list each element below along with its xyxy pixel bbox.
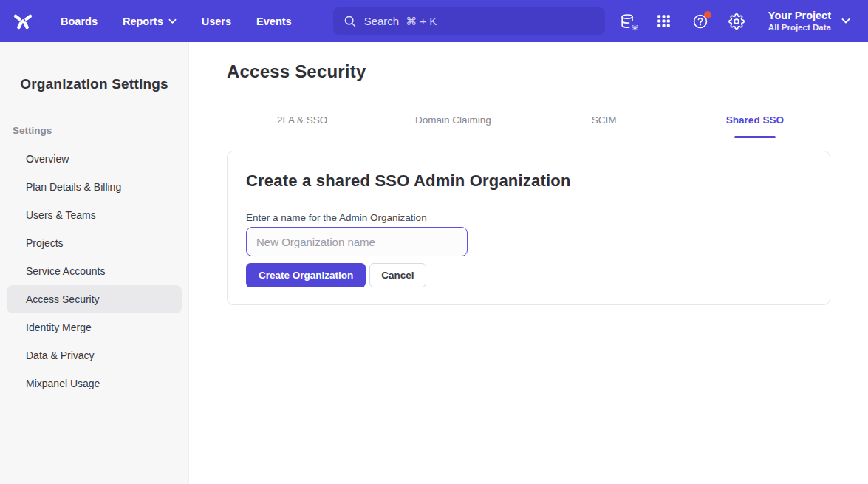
tab-shared-sso[interactable]: Shared SSO (680, 110, 830, 137)
settings-button[interactable] (728, 13, 745, 30)
project-name: Your Project (768, 9, 831, 22)
sidebar-item-overview[interactable]: Overview (7, 145, 182, 173)
nav-item-boards[interactable]: Boards (61, 16, 98, 27)
nav-item-events-label: Events (256, 16, 292, 27)
card-title: Create a shared SSO Admin Organization (246, 171, 811, 191)
mixpanel-logo-icon (12, 10, 34, 33)
primary-nav: Boards Reports Users Events (61, 16, 292, 27)
shared-sso-card: Create a shared SSO Admin Organization E… (227, 151, 830, 305)
search-input[interactable]: Search ⌘ + K (333, 7, 605, 35)
sidebar-item-data-privacy[interactable]: Data & Privacy (7, 341, 182, 369)
cancel-button[interactable]: Cancel (369, 263, 426, 287)
navbar-actions: Your Project All Project Data (619, 9, 850, 33)
nav-item-users-label: Users (202, 16, 231, 27)
settings-sidebar: Organization Settings Settings Overview … (0, 42, 189, 484)
organization-name-input[interactable] (246, 227, 468, 256)
nav-item-boards-label: Boards (61, 16, 98, 27)
tab-2fa-sso[interactable]: 2FA & SSO (227, 110, 377, 137)
help-button[interactable] (691, 13, 709, 30)
tab-bar: 2FA & SSO Domain Claiming SCIM Shared SS… (227, 110, 830, 137)
data-management-button[interactable] (619, 13, 637, 30)
main-content: Access Security 2FA & SSO Domain Claimin… (189, 42, 868, 484)
tab-scim[interactable]: SCIM (529, 110, 680, 137)
search-placeholder: Search (364, 15, 400, 27)
apps-grid-icon (656, 13, 671, 29)
sidebar-item-users-teams[interactable]: Users & Teams (7, 201, 182, 229)
sidebar-item-identity-merge[interactable]: Identity Merge (7, 313, 182, 341)
nav-item-users[interactable]: Users (202, 16, 231, 27)
mini-gear-icon (631, 24, 639, 32)
notification-badge (704, 11, 711, 18)
page-title: Access Security (227, 61, 830, 82)
top-navbar: Boards Reports Users Events Search (0, 0, 868, 42)
sidebar-nav: Overview Plan Details & Billing Users & … (7, 145, 182, 398)
mixpanel-logo[interactable] (12, 10, 34, 33)
nav-item-reports-label: Reports (123, 16, 163, 27)
project-switcher[interactable]: Your Project All Project Data (768, 9, 850, 33)
nav-item-reports[interactable]: Reports (123, 16, 177, 27)
search-icon (344, 15, 357, 28)
sidebar-item-service-accounts[interactable]: Service Accounts (7, 257, 182, 285)
create-organization-button[interactable]: Create Organization (246, 263, 366, 287)
sidebar-item-projects[interactable]: Projects (7, 229, 182, 257)
sidebar-item-access-security[interactable]: Access Security (7, 285, 182, 313)
chevron-down-icon (841, 18, 850, 24)
sidebar-item-mixpanel-usage[interactable]: Mixpanel Usage (7, 369, 182, 398)
sidebar-item-plan-details-billing[interactable]: Plan Details & Billing (7, 173, 182, 201)
chevron-down-icon (168, 18, 177, 24)
search-shortcut: ⌘ + K (406, 15, 437, 28)
sidebar-title: Organization Settings (0, 76, 188, 92)
nav-item-events[interactable]: Events (256, 16, 292, 27)
app-window: Boards Reports Users Events Search (0, 0, 868, 484)
sidebar-section-label: Settings (0, 125, 188, 136)
tab-domain-claiming[interactable]: Domain Claiming (377, 110, 528, 137)
org-name-field-label: Enter a name for the Admin Organization (246, 212, 811, 223)
settings-gear-icon (728, 13, 745, 30)
project-scope: All Project Data (768, 22, 831, 33)
apps-grid-button[interactable] (655, 13, 673, 30)
card-actions: Create Organization Cancel (246, 263, 811, 287)
mini-gear-overlay (630, 23, 640, 33)
